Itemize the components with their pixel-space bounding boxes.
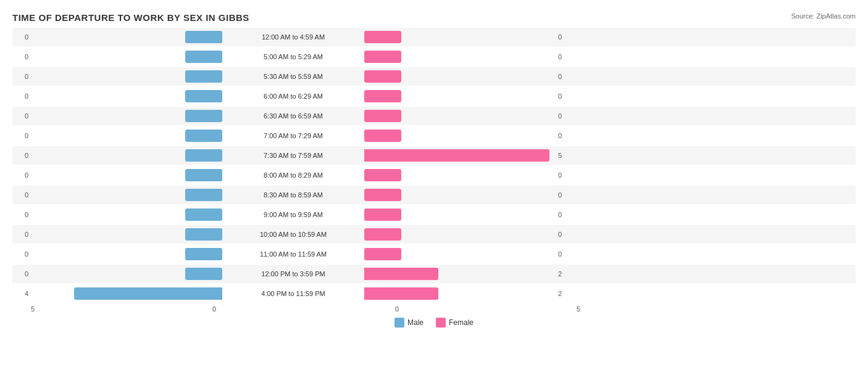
right-bar-area [364,31,556,43]
bar-row: 0 7:00 AM to 7:29 AM 0 [12,126,856,145]
left-bar-area [31,208,222,221]
left-bar-area [31,189,222,201]
right-axis-min: 0 [395,305,399,313]
female-bar-stub [364,70,401,83]
female-bar-stub [364,248,401,260]
left-value: 0 [12,33,31,41]
male-bar-stub [185,248,222,260]
bar-row: 0 6:00 AM to 6:29 AM 0 [12,87,856,105]
right-value: 0 [556,132,574,139]
female-bar-stub [364,51,401,63]
right-bar-area [364,268,556,280]
male-bar-stub [185,228,222,241]
source-text: Source: ZipAtlas.com [791,12,856,20]
left-axis: 5 0 [31,305,216,313]
right-bar-area [364,149,556,162]
legend-male: Male [394,318,424,328]
time-label: 4:00 PM to 11:59 PM [222,290,364,297]
left-bar-area [31,110,222,122]
left-bar-area [31,90,222,102]
left-value: 0 [12,191,31,199]
right-bar-area [364,287,556,300]
right-axis-max: 5 [577,305,580,313]
bar-row: 0 8:30 AM to 8:59 AM 0 [12,186,856,204]
right-bar-area [364,110,556,122]
left-bar-area [31,149,222,162]
right-bar-area [364,51,556,63]
title-row: TIME OF DEPARTURE TO WORK BY SEX IN GIBB… [12,12,856,23]
left-value: 4 [12,290,31,297]
left-value: 0 [12,152,31,159]
time-label: 9:00 AM to 9:59 AM [222,211,364,218]
bar-row: 0 11:00 AM to 11:59 AM 0 [12,245,856,263]
right-value: 0 [556,171,574,179]
right-bar-area [364,130,556,142]
female-bar [364,287,438,300]
time-label: 7:00 AM to 7:29 AM [222,132,364,139]
bar-row: 0 10:00 AM to 10:59 AM 0 [12,225,856,244]
male-bar-stub [185,130,222,142]
right-value: 0 [556,191,574,199]
male-bar-stub [185,51,222,63]
male-bar-stub [185,90,222,102]
left-bar-area [31,248,222,260]
male-bar-stub [185,268,222,280]
time-label: 12:00 AM to 4:59 AM [222,33,364,41]
male-bar-stub [185,149,222,162]
female-bar-stub [364,169,401,181]
bottom-axis-row: 5 0 0 5 [12,305,856,313]
male-bar-stub [185,31,222,43]
female-bar [364,268,438,280]
bar-row: 0 12:00 AM to 4:59 AM 0 [12,28,856,46]
right-value: 0 [556,211,574,218]
male-bar-stub [185,110,222,122]
time-label: 5:30 AM to 5:59 AM [222,73,364,80]
left-value: 0 [12,270,31,278]
left-bar-area [31,130,222,142]
male-bar [74,287,222,300]
left-value: 0 [12,231,31,238]
left-bar-area [31,268,222,280]
bar-row: 4 4:00 PM to 11:59 PM 2 [12,284,856,303]
left-value: 0 [12,211,31,218]
female-bar-stub [364,228,401,241]
right-bar-area [364,228,556,241]
time-label: 6:00 AM to 6:29 AM [222,93,364,100]
female-bar [364,149,549,162]
chart-container: TIME OF DEPARTURE TO WORK BY SEX IN GIBB… [0,0,868,367]
female-color-box [436,318,446,328]
time-label: 5:00 AM to 5:29 AM [222,53,364,60]
chart-area: 0 12:00 AM to 4:59 AM 0 0 5:00 AM to 5:2… [12,28,856,303]
right-value: 0 [556,112,574,120]
left-axis-min: 0 [212,305,216,313]
left-bar-area [31,51,222,63]
right-bar-area [364,189,556,201]
time-label: 10:00 AM to 10:59 AM [222,231,364,238]
right-value: 2 [556,290,574,297]
left-value: 0 [12,73,31,80]
bar-row: 0 9:00 AM to 9:59 AM 0 [12,205,856,224]
right-value: 0 [556,250,574,258]
female-bar-stub [364,90,401,102]
bar-row: 0 12:00 PM to 3:59 PM 2 [12,265,856,283]
male-bar-stub [185,70,222,83]
female-bar-stub [364,130,401,142]
left-value: 0 [12,132,31,139]
left-axis-max: 5 [31,305,35,313]
bar-row: 0 5:30 AM to 5:59 AM 0 [12,67,856,86]
right-value: 0 [556,53,574,60]
right-value: 2 [556,270,574,278]
female-bar-stub [364,208,401,221]
right-value: 0 [556,93,574,100]
time-label: 7:30 AM to 7:59 AM [222,152,364,159]
right-bar-area [364,90,556,102]
right-value: 0 [556,73,574,80]
right-axis: 0 5 [395,305,580,313]
time-label: 8:30 AM to 8:59 AM [222,191,364,199]
male-color-box [394,318,404,328]
left-bar-area [31,31,222,43]
left-value: 0 [12,53,31,60]
left-bar-area [31,169,222,181]
left-bar-area [31,287,222,300]
left-bar-area [31,228,222,241]
